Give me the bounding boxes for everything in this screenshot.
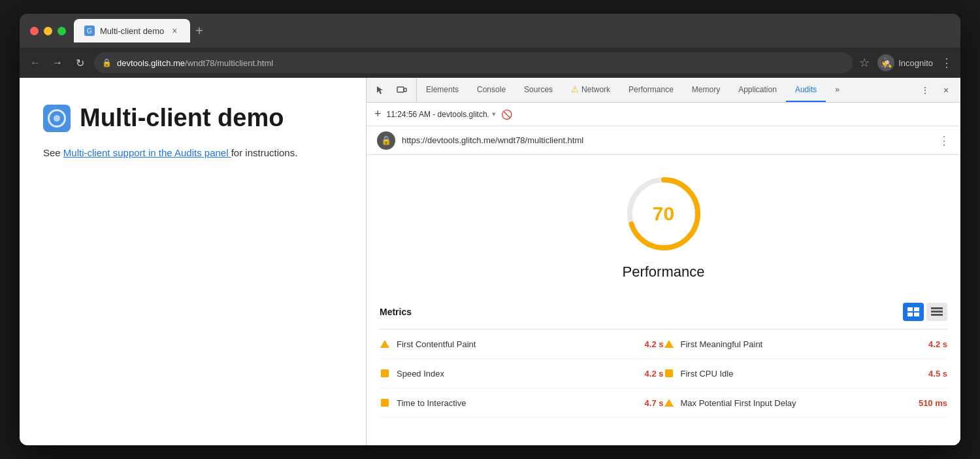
description-text: See bbox=[43, 147, 63, 158]
tab-elements[interactable]: Elements bbox=[417, 78, 468, 102]
tab-performance[interactable]: Performance bbox=[619, 78, 683, 102]
mpfid-value: 510 ms bbox=[919, 398, 947, 408]
traffic-lights bbox=[30, 27, 66, 35]
tab-favicon: G bbox=[84, 26, 95, 36]
page-header: Multi-client demo bbox=[43, 104, 342, 132]
tab-application[interactable]: Application bbox=[729, 78, 786, 102]
toggle-grid-button[interactable] bbox=[903, 303, 924, 321]
si-label: Speed Index bbox=[397, 369, 638, 379]
fmp-label: First Meaningful Paint bbox=[681, 339, 923, 349]
tti-label: Time to Interactive bbox=[397, 398, 638, 408]
audits-panel-link[interactable]: Multi-client support in the Audits panel bbox=[63, 147, 231, 158]
devtools-tabs: Elements Console Sources ⚠ Network Perfo… bbox=[417, 78, 911, 102]
svg-rect-1 bbox=[404, 88, 406, 92]
devtools-panel: Elements Console Sources ⚠ Network Perfo… bbox=[366, 78, 960, 445]
tab-console[interactable]: Console bbox=[468, 78, 515, 102]
fmp-warning-icon bbox=[664, 339, 674, 349]
title-bar: G Multi-client demo × + bbox=[20, 14, 960, 48]
tab-memory[interactable]: Memory bbox=[683, 78, 729, 102]
incognito-badge: 🕵 Incognito bbox=[877, 54, 933, 71]
metric-item-mpfid: Max Potential First Input Delay 510 ms bbox=[664, 388, 948, 418]
score-label: Performance bbox=[623, 264, 705, 280]
tab-title: Multi-client demo bbox=[100, 26, 164, 36]
tti-icon bbox=[380, 398, 390, 408]
minimize-window-button[interactable] bbox=[44, 27, 52, 35]
fcp-warning-icon bbox=[380, 339, 390, 349]
main-content: Multi-client demo See Multi-client suppo… bbox=[20, 78, 960, 445]
metric-item-fmp: First Meaningful Paint 4.2 s bbox=[664, 330, 948, 359]
svg-rect-10 bbox=[931, 314, 943, 316]
url-path: /wndt78/multiclient.html bbox=[185, 58, 273, 68]
more-tabs-button[interactable]: » bbox=[826, 78, 849, 102]
reload-button[interactable]: ↻ bbox=[72, 55, 88, 71]
metric-item-fci: First CPU Idle 4.5 s bbox=[664, 359, 948, 388]
incognito-label: Incognito bbox=[898, 58, 933, 68]
svg-rect-9 bbox=[931, 311, 943, 313]
page-content: Multi-client demo See Multi-client suppo… bbox=[20, 78, 366, 445]
cursor-tool-button[interactable] bbox=[372, 81, 390, 99]
tab-bar: G Multi-client demo × + bbox=[74, 19, 950, 42]
site-icon bbox=[43, 105, 71, 132]
devtools-close-button[interactable]: × bbox=[937, 81, 955, 99]
url-input[interactable]: 🔒 devtools.glitch.me/wndt78/multiclient.… bbox=[94, 52, 853, 73]
audit-add-button[interactable]: + bbox=[374, 107, 382, 121]
si-icon bbox=[380, 368, 390, 379]
tab-audits[interactable]: Audits bbox=[786, 78, 826, 102]
fci-label: First CPU Idle bbox=[681, 369, 923, 379]
address-bar: ← → ↻ 🔒 devtools.glitch.me/wndt78/multic… bbox=[20, 48, 960, 78]
devtools-tab-actions: ⋮ × bbox=[911, 81, 960, 99]
svg-rect-7 bbox=[914, 313, 919, 316]
url-text: devtools.glitch.me/wndt78/multiclient.ht… bbox=[117, 58, 273, 68]
incognito-icon: 🕵 bbox=[877, 54, 894, 71]
score-section: 70 Performance bbox=[367, 155, 960, 294]
tab-sources[interactable]: Sources bbox=[515, 78, 562, 102]
audit-dropdown[interactable]: 11:24:56 AM - devtools.glitch. ▾ bbox=[387, 110, 496, 119]
fci-value: 4.5 s bbox=[928, 369, 947, 379]
network-warning-icon: ⚠ bbox=[571, 84, 579, 94]
score-value: 70 bbox=[653, 203, 674, 225]
si-value: 4.2 s bbox=[645, 369, 664, 379]
audit-site-icon: 🔒 bbox=[377, 131, 395, 150]
metric-item-tti: Time to Interactive 4.7 s bbox=[380, 388, 664, 418]
forward-button[interactable]: → bbox=[50, 55, 65, 71]
svg-rect-4 bbox=[907, 307, 913, 311]
tti-value: 4.7 s bbox=[645, 398, 664, 408]
description-suffix: for instructions. bbox=[231, 147, 298, 158]
audit-dropdown-arrow: ▾ bbox=[492, 110, 496, 118]
svg-rect-5 bbox=[914, 307, 919, 311]
svg-rect-0 bbox=[397, 87, 404, 92]
tab-close-button[interactable]: × bbox=[169, 26, 180, 36]
new-tab-button[interactable]: + bbox=[195, 24, 203, 39]
toolbar-right: ☆ 🕵 Incognito ⋮ bbox=[859, 54, 953, 71]
page-title: Multi-client demo bbox=[80, 104, 284, 132]
metrics-title: Metrics bbox=[380, 307, 412, 317]
audit-cancel-button[interactable]: 🚫 bbox=[501, 109, 512, 120]
audit-url-text: https://devtools.glitch.me/wndt78/multic… bbox=[402, 135, 932, 145]
metrics-header: Metrics bbox=[380, 294, 947, 330]
audit-more-button[interactable]: ⋮ bbox=[938, 133, 950, 148]
devtools-more-actions-button[interactable]: ⋮ bbox=[916, 81, 934, 99]
site-icon-inner bbox=[48, 109, 66, 128]
fcp-value: 4.2 s bbox=[645, 339, 664, 349]
star-button[interactable]: ☆ bbox=[859, 56, 870, 70]
devtools-icon-bar bbox=[367, 78, 417, 102]
audit-bar: + 11:24:56 AM - devtools.glitch. ▾ 🚫 bbox=[367, 103, 960, 126]
url-domain: devtools.glitch.me bbox=[117, 58, 185, 68]
score-circle: 70 bbox=[625, 175, 703, 253]
metrics-view-toggle bbox=[903, 303, 947, 321]
close-window-button[interactable] bbox=[30, 27, 39, 35]
mpfid-label: Max Potential First Input Delay bbox=[681, 398, 912, 408]
active-tab[interactable]: G Multi-client demo × bbox=[74, 19, 190, 42]
tab-network[interactable]: ⚠ Network bbox=[562, 78, 619, 102]
responsive-tool-button[interactable] bbox=[393, 81, 411, 99]
maximize-window-button[interactable] bbox=[57, 27, 66, 35]
back-button[interactable]: ← bbox=[27, 55, 43, 71]
svg-rect-6 bbox=[907, 313, 913, 316]
browser-window: G Multi-client demo × + ← → ↻ 🔒 devtools… bbox=[20, 14, 960, 445]
mpfid-warning-icon bbox=[664, 398, 674, 408]
toggle-list-button[interactable] bbox=[926, 303, 947, 321]
devtools-toolbar: Elements Console Sources ⚠ Network Perfo… bbox=[367, 78, 960, 103]
metric-item-fcp: First Contentful Paint 4.2 s bbox=[380, 330, 664, 359]
metric-item-si: Speed Index 4.2 s bbox=[380, 359, 664, 388]
more-button[interactable]: ⋮ bbox=[941, 56, 953, 70]
